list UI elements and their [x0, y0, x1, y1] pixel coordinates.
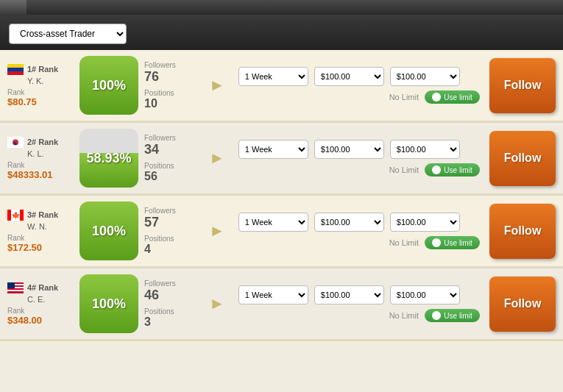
trader-row: 🍁 3# Rank W. N. Rank $172.50 100% Follow…: [0, 196, 563, 268]
investment-limit-select[interactable]: $100.00: [390, 213, 460, 232]
investment-per-trade-select[interactable]: $100.00: [314, 285, 384, 304]
session-period-select[interactable]: 1 Week: [238, 67, 308, 86]
followers-label: Followers: [144, 279, 203, 288]
flag-icon: ☯: [7, 137, 24, 148]
trader-row: 1# Rank Y. K. Rank $80.75 100% Followers…: [0, 50, 563, 123]
positions-label: Positions: [144, 89, 203, 97]
followers-count: 34: [144, 142, 203, 157]
svg-rect-1: [7, 68, 24, 71]
limit-row: No Limit Use limit: [238, 90, 480, 104]
followers-info: Followers 76 Positions 10: [144, 61, 203, 110]
investment-limit-select[interactable]: $100.00: [390, 67, 460, 86]
rank-circle-partial: 58.93%: [79, 129, 138, 188]
follow-button[interactable]: Follow: [489, 277, 556, 332]
use-limit-toggle[interactable]: Use limit: [425, 309, 480, 322]
positions-label: Positions: [144, 235, 203, 243]
trader-flag-rank: 4# Rank: [7, 282, 74, 293]
divider-arrow-icon: ►: [209, 149, 225, 168]
rank-circle: 100%: [79, 202, 138, 260]
selects-row: 1 Week $100.00 $100.00: [238, 285, 480, 304]
trader-info: 4# Rank C. E. Rank $348.00: [7, 282, 74, 326]
svg-rect-14: [7, 282, 15, 288]
session-controls: 1 Week $100.00 $100.00 No Limit Use limi…: [235, 140, 484, 177]
trader-row: ☯ 2# Rank K. L. Rank $48333.01 58.93% Fo…: [0, 123, 563, 196]
svg-rect-6: [7, 210, 11, 221]
rank-circle-wrap: 100%: [79, 274, 138, 333]
use-limit-toggle[interactable]: Use limit: [425, 163, 480, 177]
svg-rect-2: [7, 71, 24, 75]
rank-circle: 100%: [79, 274, 138, 333]
follow-button[interactable]: Follow: [489, 58, 556, 113]
divider-arrow-icon: ►: [209, 221, 225, 240]
positions-label: Positions: [144, 307, 203, 316]
rank-circle: 100%: [79, 56, 138, 115]
session-controls: 1 Week $100.00 $100.00 No Limit Use limi…: [235, 67, 484, 104]
selects-row: 1 Week $100.00 $100.00: [238, 140, 480, 159]
rank-label: 2# Rank: [27, 138, 58, 146]
traders-assets-section: Cross-asset Trader: [9, 21, 127, 44]
no-limit-text: No Limit: [389, 93, 419, 101]
flag-icon: [7, 64, 24, 75]
positions-count: 3: [144, 316, 203, 329]
selects-row: 1 Week $100.00 $100.00: [238, 67, 480, 86]
rank-circle-wrap: 58.93%: [79, 129, 138, 188]
svg-text:☯: ☯: [13, 140, 18, 146]
svg-rect-8: [20, 210, 24, 221]
toggle-dot: [432, 311, 441, 320]
trader-select[interactable]: Cross-asset Trader: [9, 24, 127, 44]
rank-text: Rank: [7, 161, 74, 169]
use-limit-label: Use limit: [444, 239, 472, 247]
investment-per-trade-select[interactable]: $100.00: [314, 140, 384, 159]
session-period-select[interactable]: 1 Week: [238, 285, 308, 304]
rank-value: $80.75: [7, 96, 74, 107]
trader-name: C. E.: [27, 295, 74, 304]
svg-rect-0: [7, 64, 24, 68]
traders-list: 1# Rank Y. K. Rank $80.75 100% Followers…: [0, 50, 563, 341]
followers-info: Followers 34 Positions 56: [144, 134, 203, 183]
investment-per-trade-select[interactable]: $100.00: [314, 213, 384, 232]
svg-rect-13: [7, 290, 24, 291]
session-settings-section: [156, 31, 554, 34]
investment-limit-select[interactable]: $100.00: [390, 140, 460, 159]
no-limit-text: No Limit: [389, 165, 419, 174]
positions-count: 4: [144, 243, 203, 256]
trader-flag-rank: ☯ 2# Rank: [7, 137, 74, 148]
rank-circle-wrap: 100%: [79, 56, 138, 115]
rank-value: $348.00: [7, 315, 74, 326]
investment-per-trade-select[interactable]: $100.00: [314, 67, 384, 86]
positions-count: 56: [144, 170, 203, 183]
followers-label: Followers: [144, 134, 203, 142]
use-limit-label: Use limit: [444, 93, 472, 101]
trader-info: 1# Rank Y. K. Rank $80.75: [7, 64, 74, 107]
session-period-select[interactable]: 1 Week: [238, 213, 308, 232]
trader-info: 🍁 3# Rank W. N. Rank $172.50: [7, 210, 74, 253]
use-limit-label: Use limit: [444, 312, 472, 320]
toggle-dot: [432, 165, 441, 174]
trader-name: K. L.: [27, 149, 74, 158]
followers-count: 46: [144, 288, 203, 303]
rank-label: 3# Rank: [27, 210, 58, 219]
follow-button[interactable]: Follow: [489, 131, 556, 186]
selects-row: 1 Week $100.00 $100.00: [238, 213, 480, 232]
trader-name: Y. K.: [27, 76, 74, 85]
followers-count: 57: [144, 215, 203, 230]
follow-button[interactable]: Follow: [489, 204, 556, 259]
flag-icon: 🍁: [7, 210, 24, 221]
no-limit-text: No Limit: [389, 238, 419, 247]
rank-label: 1# Rank: [27, 65, 58, 74]
trader-name: W. N.: [27, 222, 74, 231]
followers-label: Followers: [144, 61, 203, 69]
toggle-dot: [432, 93, 441, 101]
use-limit-toggle[interactable]: Use limit: [425, 236, 480, 249]
session-controls: 1 Week $100.00 $100.00 No Limit Use limi…: [235, 285, 484, 322]
followers-label: Followers: [144, 207, 203, 215]
investment-limit-select[interactable]: $100.00: [390, 285, 460, 304]
use-limit-toggle[interactable]: Use limit: [425, 90, 480, 104]
svg-text:🍁: 🍁: [12, 211, 21, 220]
divider-arrow-icon: ►: [209, 294, 225, 313]
followers-info: Followers 57 Positions 4: [144, 207, 203, 256]
session-period-select[interactable]: 1 Week: [238, 140, 308, 159]
header: [0, 0, 563, 15]
trader-info: ☯ 2# Rank K. L. Rank $48333.01: [7, 137, 74, 180]
followers-count: 76: [144, 69, 203, 85]
